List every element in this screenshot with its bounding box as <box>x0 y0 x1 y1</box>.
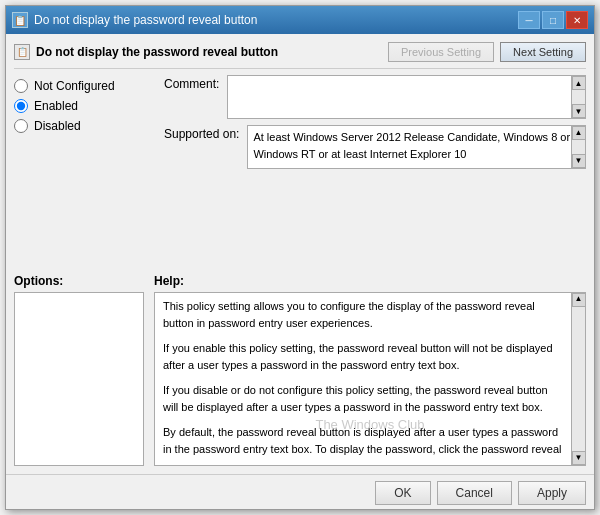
options-content-box <box>14 292 144 467</box>
supported-scrollbar[interactable]: ▲ ▼ <box>571 126 585 168</box>
header-buttons: Previous Setting Next Setting <box>388 42 586 62</box>
supported-row: Supported on: At least Windows Server 20… <box>164 125 586 169</box>
help-text-content: This policy setting allows you to config… <box>163 298 577 461</box>
comment-scrollbar[interactable]: ▲ ▼ <box>571 76 585 118</box>
window-title: Do not display the password reveal butto… <box>34 13 257 27</box>
radio-input-disabled[interactable] <box>14 119 28 133</box>
comment-label: Comment: <box>164 75 219 91</box>
footer: OK Cancel Apply <box>6 474 594 509</box>
left-panel: Not Configured Enabled Disabled <box>14 75 154 268</box>
header-text: Do not display the password reveal butto… <box>36 45 278 59</box>
help-section: Help: This policy setting allows you to … <box>154 274 586 467</box>
right-panel: Comment: ▲ ▼ Supported on: At least Wind… <box>154 75 586 268</box>
help-scroll-down[interactable]: ▼ <box>572 451 586 465</box>
help-para-2: If you enable this policy setting, the p… <box>163 340 563 374</box>
radio-disabled[interactable]: Disabled <box>14 119 154 133</box>
window-icon: 📋 <box>12 12 28 28</box>
radio-group: Not Configured Enabled Disabled <box>14 75 154 133</box>
help-scroll-up[interactable]: ▲ <box>572 293 586 307</box>
scroll-down-arrow[interactable]: ▼ <box>572 104 586 118</box>
radio-input-enabled[interactable] <box>14 99 28 113</box>
radio-label-enabled: Enabled <box>34 99 78 113</box>
supported-box: At least Windows Server 2012 Release Can… <box>247 125 586 169</box>
comment-row: Comment: ▲ ▼ <box>164 75 586 119</box>
radio-label-not-configured: Not Configured <box>34 79 115 93</box>
help-scrollbar[interactable]: ▲ ▼ <box>571 293 585 466</box>
help-label: Help: <box>154 274 586 288</box>
radio-input-not-configured[interactable] <box>14 79 28 93</box>
title-bar: 📋 Do not display the password reveal but… <box>6 6 594 34</box>
scroll-up-arrow[interactable]: ▲ <box>572 76 586 90</box>
previous-setting-button[interactable]: Previous Setting <box>388 42 494 62</box>
radio-label-disabled: Disabled <box>34 119 81 133</box>
header-row: 📋 Do not display the password reveal but… <box>14 42 586 69</box>
help-para-3: If you disable or do not configure this … <box>163 382 563 416</box>
title-bar-left: 📋 Do not display the password reveal but… <box>12 12 257 28</box>
bottom-panels: Options: Help: This policy setting allow… <box>14 274 586 467</box>
help-para-4: By default, the password reveal button i… <box>163 424 563 458</box>
cancel-button[interactable]: Cancel <box>437 481 512 505</box>
apply-button[interactable]: Apply <box>518 481 586 505</box>
minimize-button[interactable]: ─ <box>518 11 540 29</box>
help-para-1: This policy setting allows you to config… <box>163 298 563 332</box>
supported-label: Supported on: <box>164 125 239 141</box>
help-box: This policy setting allows you to config… <box>154 292 586 467</box>
supported-scroll-up[interactable]: ▲ <box>572 126 586 140</box>
close-button[interactable]: ✕ <box>566 11 588 29</box>
ok-button[interactable]: OK <box>375 481 430 505</box>
next-setting-button[interactable]: Next Setting <box>500 42 586 62</box>
options-section: Options: <box>14 274 144 467</box>
comment-box[interactable]: ▲ ▼ <box>227 75 586 119</box>
header-label: 📋 Do not display the password reveal but… <box>14 44 278 60</box>
content-area: 📋 Do not display the password reveal but… <box>6 34 594 474</box>
radio-not-configured[interactable]: Not Configured <box>14 79 154 93</box>
options-label: Options: <box>14 274 144 288</box>
supported-scroll-down[interactable]: ▼ <box>572 154 586 168</box>
supported-text: At least Windows Server 2012 Release Can… <box>253 131 570 160</box>
header-icon: 📋 <box>14 44 30 60</box>
maximize-button[interactable]: □ <box>542 11 564 29</box>
title-bar-controls: ─ □ ✕ <box>518 11 588 29</box>
main-window: 📋 Do not display the password reveal but… <box>5 5 595 510</box>
radio-enabled[interactable]: Enabled <box>14 99 154 113</box>
main-area: Not Configured Enabled Disabled Comm <box>14 75 586 268</box>
